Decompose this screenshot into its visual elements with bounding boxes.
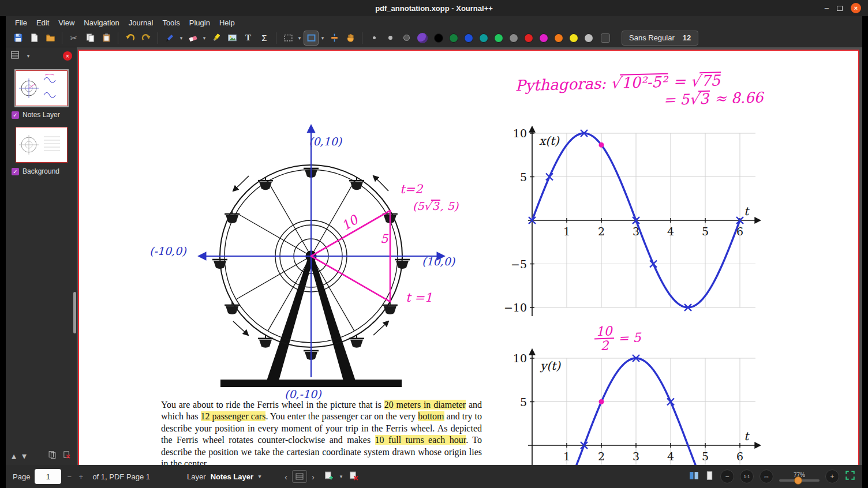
- menu-plugin[interactable]: Plugin: [185, 17, 215, 28]
- size-thick-button[interactable]: [399, 31, 414, 46]
- layer-label: Layer: [187, 472, 206, 481]
- zoom-slider-handle[interactable]: [794, 476, 802, 485]
- size-fine-button[interactable]: [366, 31, 381, 46]
- dual-page-view-button[interactable]: [689, 471, 699, 483]
- color-swatch-7[interactable]: [539, 33, 548, 43]
- delete-page-button[interactable]: [62, 451, 71, 461]
- sidebar-footer: ▴ ▾: [6, 449, 77, 463]
- layer-toggle-notes[interactable]: ✓ Notes Layer: [6, 108, 77, 121]
- color-swatch-10[interactable]: [584, 33, 593, 43]
- layer-preview-button[interactable]: [292, 470, 307, 483]
- color-swatch-2[interactable]: [464, 33, 473, 43]
- delete-layer-button[interactable]: [349, 471, 358, 483]
- titlebar: pdf_annotation.xopp - Xournal++ – ×: [0, 0, 868, 16]
- paste-button[interactable]: [99, 31, 114, 46]
- color-palette: [431, 33, 596, 43]
- canvas-area[interactable]: 123456105−5−10123456105 Pythagoras: √10²…: [77, 47, 862, 465]
- preview-pane-icon[interactable]: [10, 50, 20, 62]
- pen-tool-button[interactable]: [162, 31, 177, 46]
- menu-edit[interactable]: Edit: [32, 17, 54, 28]
- page-decrement-button[interactable]: −: [66, 472, 73, 481]
- main-area: ▾ × ✓ Notes Layer ✓ Background ▴ ▾: [6, 47, 862, 465]
- eraser-options-chevron[interactable]: ▾: [201, 35, 207, 41]
- zoom-fit-button[interactable]: ▭: [760, 470, 773, 483]
- color-swatch-1[interactable]: [449, 33, 458, 43]
- svg-text:3: 3: [633, 450, 639, 463]
- undo-button[interactable]: [122, 31, 137, 46]
- fullscreen-button[interactable]: [845, 470, 855, 483]
- menu-file[interactable]: File: [10, 17, 32, 28]
- hand-tool-button[interactable]: [343, 31, 358, 46]
- pen-options-chevron[interactable]: ▾: [178, 35, 184, 41]
- wheel-label-bottom: (0,-10): [285, 388, 321, 400]
- document-page[interactable]: 123456105−5−10123456105 Pythagoras: √10²…: [78, 50, 859, 465]
- select-region-button[interactable]: [280, 31, 295, 46]
- select-options-chevron[interactable]: ▾: [297, 35, 302, 41]
- svg-text:5: 5: [702, 225, 709, 238]
- select-rectangle-button[interactable]: [304, 31, 319, 46]
- page-thumbnail-notes[interactable]: [16, 70, 68, 106]
- page-down-button[interactable]: ▾: [22, 451, 27, 461]
- custom-color-button[interactable]: [601, 33, 610, 43]
- minimize-button[interactable]: –: [825, 5, 829, 11]
- svg-text:4: 4: [667, 450, 674, 463]
- vertical-space-tool-button[interactable]: [327, 31, 342, 46]
- new-file-button[interactable]: [27, 31, 42, 46]
- zoom-slider[interactable]: [779, 479, 820, 482]
- menu-navigation[interactable]: Navigation: [79, 17, 124, 28]
- paragraph-text: You are about to ride the Ferris wheel i…: [161, 399, 482, 465]
- add-layer-button[interactable]: [324, 471, 334, 483]
- color-swatch-0[interactable]: [434, 33, 443, 43]
- color-picker-button[interactable]: [415, 31, 430, 46]
- save-button[interactable]: [10, 31, 25, 46]
- menu-view[interactable]: View: [54, 17, 79, 28]
- layer-toggle-background[interactable]: ✓ Background: [6, 165, 77, 178]
- checkbox-checked-icon: ✓: [12, 111, 19, 119]
- zoom-out-button[interactable]: −: [720, 470, 734, 483]
- menu-tools[interactable]: Tools: [158, 17, 184, 28]
- add-layer-chevron[interactable]: ▾: [338, 474, 344, 479]
- menu-journal[interactable]: Journal: [124, 17, 158, 28]
- close-sidebar-button[interactable]: ×: [63, 51, 72, 61]
- sidebar-header: ▾ ×: [6, 47, 77, 65]
- font-selector[interactable]: Sans Regular 12: [622, 31, 698, 46]
- prev-layer-button[interactable]: ‹: [285, 472, 287, 482]
- eraser-tool-button[interactable]: [185, 31, 200, 46]
- select-rectangle-chevron[interactable]: ▾: [320, 35, 326, 41]
- layer-select[interactable]: Notes Layer ▾: [211, 472, 263, 481]
- single-page-view-button[interactable]: [705, 471, 714, 483]
- preview-pane-chevron[interactable]: ▾: [25, 53, 31, 59]
- color-swatch-4[interactable]: [494, 33, 503, 43]
- copy-button[interactable]: [83, 31, 98, 46]
- close-button[interactable]: ×: [851, 3, 861, 13]
- window-title: pdf_annotation.xopp - Xournal++: [375, 4, 493, 13]
- statusbar: Page 1 − + of 1, PDF Page 1 Layer Notes …: [6, 465, 862, 488]
- menubar: FileEditViewNavigationJournalToolsPlugin…: [6, 16, 862, 29]
- highlighter-tool-button[interactable]: [208, 31, 223, 46]
- menu-help[interactable]: Help: [215, 17, 240, 28]
- size-medium-button[interactable]: [383, 31, 398, 46]
- page-number-input[interactable]: 1: [35, 469, 61, 484]
- color-swatch-8[interactable]: [554, 33, 563, 43]
- insert-image-button[interactable]: [225, 31, 240, 46]
- cut-button[interactable]: ✂: [66, 31, 81, 46]
- maximize-button[interactable]: [837, 6, 843, 11]
- color-swatch-6[interactable]: [524, 33, 533, 43]
- annotation-t2: t=2: [400, 182, 422, 196]
- copy-page-button[interactable]: [48, 451, 57, 461]
- page-increment-button[interactable]: +: [77, 472, 84, 481]
- open-file-button[interactable]: [43, 31, 58, 46]
- color-swatch-5[interactable]: [509, 33, 518, 43]
- next-layer-button[interactable]: ›: [312, 472, 315, 482]
- redo-button[interactable]: [139, 31, 154, 46]
- zoom-original-button[interactable]: 1:1: [740, 470, 754, 483]
- page-thumbnail-background[interactable]: [16, 127, 68, 163]
- color-swatch-9[interactable]: [569, 33, 578, 43]
- text-tool-button[interactable]: T: [241, 31, 256, 46]
- zoom-in-button[interactable]: +: [825, 470, 839, 483]
- color-swatch-3[interactable]: [479, 33, 488, 43]
- math-tex-button[interactable]: Σ: [257, 31, 272, 46]
- sidebar-scrollbar[interactable]: [73, 292, 76, 333]
- page-up-button[interactable]: ▴: [12, 451, 16, 461]
- page-label: Page: [13, 472, 30, 481]
